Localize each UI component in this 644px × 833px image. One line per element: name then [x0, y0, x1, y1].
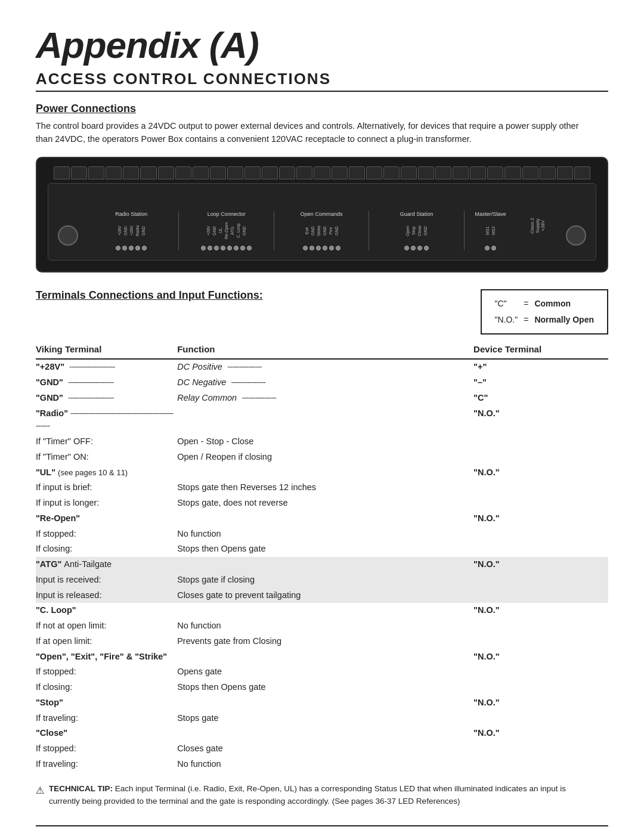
table-row: "Radio" --------------------------------…	[36, 406, 608, 435]
function-radio	[177, 406, 473, 435]
board-section-label-guard: Guard Station	[400, 211, 434, 217]
section-title: Access Control Connections	[36, 70, 608, 92]
radio-sub1-result: Open - Stop - Close	[177, 434, 473, 450]
function-28v: DC Positive ---------------	[177, 359, 473, 375]
legend-no-eq: =	[521, 312, 531, 327]
warning-icon: ⚠	[36, 784, 44, 798]
table-row: If traveling: Stops gate	[36, 711, 608, 726]
table-row: If stopped: Opens gate	[36, 664, 608, 680]
board-section-label-open: Open Commands	[301, 211, 343, 217]
table-row: If "Timer" ON: Open / Reopen if closing	[36, 450, 608, 465]
device-28v: "+"	[473, 359, 608, 375]
header-function: Function	[177, 340, 473, 360]
viking-ul: "UL" (see pages 10 & 11)	[36, 465, 177, 481]
close-sub2-result: No function	[177, 757, 473, 772]
function-stop	[177, 695, 473, 711]
close-sub1-cond: If stopped:	[36, 741, 177, 757]
board-section-radio: Radio Station +28V GND +28V Radio GND	[84, 211, 179, 250]
viking-reopen: "Re-Open"	[36, 511, 177, 527]
radio-sub1-cond: If "Timer" OFF:	[36, 434, 177, 450]
terminals-heading: Terminals Connections and Input Function…	[36, 289, 263, 302]
atg-sub1-result: Stops gate if closing	[177, 572, 473, 588]
device-reopen: "N.O."	[473, 511, 608, 527]
board-section-guard: Guard Station Open Stop Close GND	[369, 211, 464, 250]
footer: 42 VIKING TECHNICAL SUPPORT 1.800.908.08…	[36, 825, 608, 833]
tech-tip-body: Each input Terminal (i.e. Radio, Exit, R…	[49, 784, 566, 806]
legend-box: "C" = Common "N.O." = Normally Open	[481, 289, 609, 335]
board-section-master: Master/Slave MS1 MS2	[465, 211, 516, 250]
board-pins-master: MS1 MS2	[485, 219, 496, 243]
open-sub1-result: Opens gate	[177, 664, 473, 680]
function-cloop	[177, 603, 473, 618]
ul-sub2-cond: If input is longer:	[36, 496, 177, 511]
cloop-sub1-cond: If not at open limit:	[36, 618, 177, 634]
reopen-sub2-cond: If closing:	[36, 541, 177, 557]
legend-no-value: Normally Open	[532, 312, 596, 327]
device-close: "N.O."	[473, 726, 608, 741]
device-open-exit: "N.O."	[473, 649, 608, 665]
viking-atg: "ATG" Anti-Tailgate	[36, 557, 177, 572]
device-stop: "N.O."	[473, 695, 608, 711]
table-row: If closing: Stops then Opens gate	[36, 541, 608, 557]
device-cloop: "N.O."	[473, 603, 608, 618]
viking-close: "Close"	[36, 726, 177, 741]
header-device: Device Terminal	[473, 340, 608, 360]
ul-sub1-cond: If input is brief:	[36, 480, 177, 496]
ul-sub2-result: Stops gate, does not reverse	[177, 496, 473, 511]
close-sub2-cond: If traveling:	[36, 757, 177, 772]
table-row: If not at open limit: No function	[36, 618, 608, 634]
board-section-label-master: Master/Slave	[475, 211, 506, 217]
board-inner: Radio Station +28V GND +28V Radio GND Lo…	[48, 183, 596, 261]
reopen-sub1-result: No function	[177, 527, 473, 542]
viking-gnd2: "GND" --------------------	[36, 391, 177, 406]
viking-open-exit: "Open", "Exit", "Fire" & "Strike"	[36, 649, 177, 665]
power-connections-body: The control board provides a 24VDC outpu…	[36, 120, 596, 146]
close-sub1-result: Closes gate	[177, 741, 473, 757]
table-row: If "Timer" OFF: Open - Stop - Close	[36, 434, 608, 450]
reopen-sub1-cond: If stopped:	[36, 527, 177, 542]
legend-c-label: "C"	[493, 296, 521, 311]
viking-cloop: "C. Loop"	[36, 603, 177, 618]
viking-radio: "Radio" --------------------------------…	[36, 406, 177, 435]
board-top-tabs	[48, 166, 596, 179]
open-sub1-cond: If stopped:	[36, 664, 177, 680]
table-row: "C. Loop" "N.O."	[36, 603, 608, 618]
board-section-loop: Loop Connector +28V GND UL Re-Open ATG C…	[179, 211, 274, 250]
table-row: "UL" (see pages 10 & 11) "N.O."	[36, 465, 608, 481]
device-atg: "N.O."	[473, 557, 608, 572]
power-connections-heading: Power Connections	[36, 103, 608, 115]
function-open-exit	[177, 649, 473, 665]
board-pins-guard: Open Stop Close GND	[405, 219, 428, 243]
function-gnd2: Relay Common ---------------	[177, 391, 473, 406]
board-section-class2: Class 2 Supply+28V	[516, 211, 560, 250]
device-gnd2: "C"	[473, 391, 608, 406]
table-row: If input is brief: Stops gate then Rever…	[36, 480, 608, 496]
open-sub2-cond: If closing:	[36, 680, 177, 695]
atg-sub2-result: Closes gate to prevent tailgating	[177, 588, 473, 603]
board-pins-loop: +28V GND UL Re-Open ATG C. Loop GND	[206, 219, 246, 243]
table-row: "Close" "N.O."	[36, 726, 608, 741]
function-atg	[177, 557, 473, 572]
board-section-label-radio: Radio Station	[115, 211, 147, 217]
table-row: Input is released: Closes gate to preven…	[36, 588, 608, 603]
viking-stop: "Stop"	[36, 695, 177, 711]
device-ul: "N.O."	[473, 465, 608, 481]
function-ul	[177, 465, 473, 481]
tech-tip: ⚠ TECHNICAL TIP: Each input Terminal (i.…	[36, 783, 596, 808]
reopen-sub2-result: Stops then Opens gate	[177, 541, 473, 557]
board-circle-right	[566, 225, 586, 246]
cloop-sub1-result: No function	[177, 618, 473, 634]
function-close	[177, 726, 473, 741]
table-row: "GND" -------------------- DC Negative -…	[36, 375, 608, 391]
legend-c-eq: =	[521, 296, 531, 311]
table-row: "Open", "Exit", "Fire" & "Strike" "N.O."	[36, 649, 608, 665]
device-gnd1: "–"	[473, 375, 608, 391]
tech-tip-text: TECHNICAL TIP: Each input Terminal (i.e.…	[49, 783, 596, 808]
table-row: If input is longer: Stops gate, does not…	[36, 496, 608, 511]
table-row: "Stop" "N.O."	[36, 695, 608, 711]
board-pins-radio: +28V GND +28V Radio GND	[117, 219, 145, 243]
device-radio: "N.O."	[473, 406, 608, 435]
table-row: "GND" -------------------- Relay Common …	[36, 391, 608, 406]
radio-sub2-result: Open / Reopen if closing	[177, 450, 473, 465]
table-row: If at open limit: Prevents gate from Clo…	[36, 634, 608, 649]
